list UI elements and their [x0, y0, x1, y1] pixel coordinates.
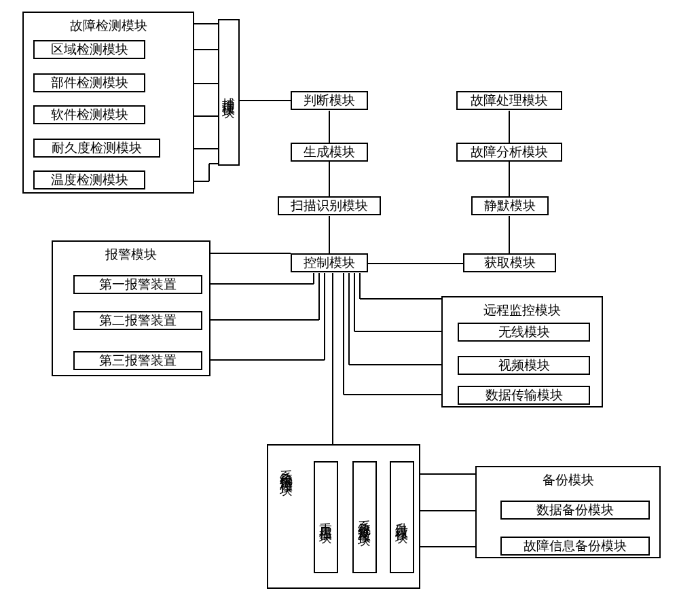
control-module: 控制模块 — [291, 253, 368, 272]
data-transfer-module: 数据传输模块 — [458, 386, 590, 405]
part-detect-module: 部件检测模块 — [33, 73, 145, 92]
fault-process-module: 故障处理模块 — [456, 91, 562, 110]
backup-title: 备份模块 — [477, 471, 659, 489]
scan-identify-module: 扫描识别模块 — [278, 196, 381, 215]
data-backup-module: 数据备份模块 — [500, 501, 650, 520]
generate-module: 生成模块 — [291, 143, 368, 162]
judge-module: 判断模块 — [291, 91, 368, 110]
sys-check-group: 系统检测模块 重启模块 系统修复模块 升级模块 — [267, 444, 420, 589]
restart-module: 重启模块 — [314, 461, 338, 573]
alarm-group: 报警模块 第一报警装置 第二报警装置 第三报警装置 — [52, 240, 210, 376]
upgrade-module: 升级模块 — [390, 461, 414, 573]
fault-detect-group: 故障检测模块 区域检测模块 部件检测模块 软件检测模块 耐久度检测模块 温度检测… — [22, 12, 194, 194]
remote-group: 远程监控模块 无线模块 视频模块 数据传输模块 — [441, 296, 603, 407]
acquire-module: 获取模块 — [463, 253, 556, 272]
backup-group: 备份模块 数据备份模块 故障信息备份模块 — [475, 466, 661, 558]
soft-detect-module: 软件检测模块 — [33, 105, 145, 124]
alarm-2: 第二报警装置 — [73, 311, 202, 330]
fault-detect-title: 故障检测模块 — [24, 17, 193, 35]
temp-detect-module: 温度检测模块 — [33, 170, 145, 189]
alarm-1: 第一报警装置 — [73, 275, 202, 294]
alarm-title: 报警模块 — [53, 246, 209, 264]
wireless-module: 无线模块 — [458, 323, 590, 342]
area-detect-module: 区域检测模块 — [33, 40, 145, 59]
fault-analysis-module: 故障分析模块 — [456, 143, 562, 162]
sys-check-title: 系统检测模块 — [278, 459, 295, 475]
sys-repair-module: 系统修复模块 — [352, 461, 377, 573]
durability-detect-module: 耐久度检测模块 — [33, 139, 160, 158]
capture-module: 捕捉模块 — [218, 19, 240, 166]
video-module: 视频模块 — [458, 356, 590, 375]
alarm-3: 第三报警装置 — [73, 351, 202, 370]
fault-info-backup-module: 故障信息备份模块 — [500, 537, 650, 556]
remote-title: 远程监控模块 — [443, 302, 602, 319]
silent-module: 静默模块 — [471, 196, 549, 215]
